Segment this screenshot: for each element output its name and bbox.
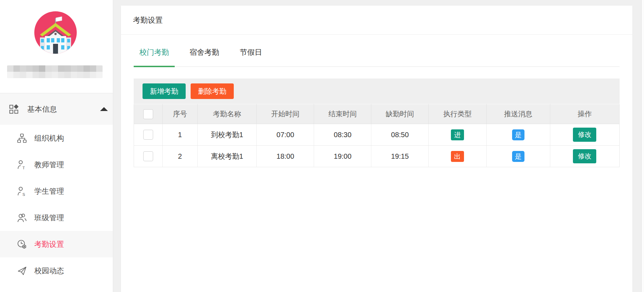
teacher-person-icon: T — [17, 159, 27, 170]
column-header-start-time: 开始时间 — [257, 104, 314, 124]
cell-end-time: 08:30 — [314, 124, 371, 146]
sidebar-item-teachers[interactable]: T 教师管理 — [0, 151, 113, 178]
app-root: 基本信息 组织机构 — [0, 0, 644, 292]
add-attendance-button[interactable]: 新增考勤 — [143, 83, 186, 99]
sidebar-item-organization[interactable]: 组织机构 — [0, 125, 113, 151]
row-checkbox[interactable] — [143, 130, 153, 140]
paper-plane-icon — [17, 265, 27, 276]
column-header-actions: 操作 — [550, 104, 619, 124]
edit-button[interactable]: 修改 — [573, 149, 596, 163]
sidebar-item-label: 班级管理 — [34, 213, 64, 223]
school-building-logo — [34, 11, 77, 54]
edit-button[interactable]: 修改 — [573, 128, 596, 142]
sidebar-section-label: 基本信息 — [27, 104, 57, 114]
student-person-icon: S — [17, 186, 27, 197]
toolbar: 新增考勤 删除考勤 — [134, 78, 620, 104]
cell-no: 2 — [163, 146, 198, 167]
cell-no: 1 — [163, 124, 198, 146]
svg-text:S: S — [23, 192, 25, 197]
sidebar-item-label: 校园动态 — [34, 266, 64, 276]
push-message-badge: 是 — [512, 129, 524, 140]
header-checkbox-cell — [134, 104, 163, 124]
main-panel: 考勤设置 校门考勤 宿舍考勤 节假日 新增考勤 删除考勤 — [121, 6, 632, 292]
table-row: 2 离校考勤1 18:00 19:00 19:15 出 是 修改 — [134, 146, 620, 167]
cell-end-time: 19:00 — [314, 146, 371, 167]
table-row: 1 到校考勤1 07:00 08:30 08:50 进 是 修改 — [134, 124, 620, 146]
cell-start-time: 18:00 — [257, 146, 314, 167]
sidebar-item-campus-news[interactable]: 校园动态 — [0, 257, 113, 284]
tab-content: 新增考勤 删除考勤 序号 考勤名称 开始时间 — [121, 67, 632, 167]
sidebar-item-label: 教师管理 — [34, 160, 64, 170]
svg-text:T: T — [23, 166, 25, 170]
cell-name: 离校考勤1 — [197, 146, 257, 167]
grid-diamond-icon — [8, 104, 19, 115]
org-chart-icon — [17, 133, 27, 144]
chevron-up-icon[interactable] — [100, 107, 108, 111]
column-header-no: 序号 — [163, 104, 198, 124]
sidebar-item-label: 考勤设置 — [34, 239, 64, 249]
sidebar: 基本信息 组织机构 — [0, 0, 113, 292]
column-header-exec-type: 执行类型 — [429, 104, 486, 124]
tab-bar: 校门考勤 宿舍考勤 节假日 — [134, 35, 620, 67]
vertical-scrollbar[interactable] — [641, 0, 644, 292]
sidebar-section-basic-info[interactable]: 基本信息 — [0, 93, 113, 125]
sidebar-item-label: 学生管理 — [34, 186, 64, 196]
tab-holidays[interactable]: 节假日 — [234, 35, 268, 66]
page-title: 考勤设置 — [133, 15, 163, 25]
select-all-checkbox[interactable] — [143, 109, 153, 119]
panel-header: 考勤设置 — [121, 6, 632, 35]
cell-start-time: 07:00 — [257, 124, 314, 146]
exec-type-badge: 出 — [451, 151, 464, 162]
row-checkbox[interactable] — [143, 151, 153, 161]
sidebar-item-label: 组织机构 — [34, 133, 64, 143]
redacted-school-name — [7, 65, 103, 78]
cell-absent-time: 19:15 — [371, 146, 429, 167]
column-header-absent-time: 缺勤时间 — [371, 104, 429, 124]
column-header-name: 考勤名称 — [197, 104, 257, 124]
table-header-row: 序号 考勤名称 开始时间 结束时间 缺勤时间 执行类型 推送消息 操作 — [134, 104, 620, 124]
sidebar-item-students[interactable]: S 学生管理 — [0, 178, 113, 204]
delete-attendance-button[interactable]: 删除考勤 — [191, 83, 234, 99]
column-header-end-time: 结束时间 — [314, 104, 371, 124]
cell-absent-time: 08:50 — [371, 124, 429, 146]
column-header-push-message: 推送消息 — [486, 104, 550, 124]
people-icon — [17, 212, 27, 223]
sidebar-menu: 组织机构 T 教师管理 S — [0, 125, 113, 284]
cell-name: 到校考勤1 — [197, 124, 257, 146]
push-message-badge: 是 — [512, 151, 524, 162]
tab-school-gate-attendance[interactable]: 校门考勤 — [134, 35, 175, 66]
tab-dorm-attendance[interactable]: 宿舍考勤 — [184, 35, 225, 66]
clock-gear-icon — [17, 239, 27, 250]
sidebar-item-attendance-settings[interactable]: 考勤设置 — [0, 231, 113, 257]
exec-type-badge: 进 — [451, 129, 464, 140]
sidebar-item-classes[interactable]: 班级管理 — [0, 204, 113, 231]
attendance-table: 序号 考勤名称 开始时间 结束时间 缺勤时间 执行类型 推送消息 操作 1 到 — [134, 104, 620, 167]
